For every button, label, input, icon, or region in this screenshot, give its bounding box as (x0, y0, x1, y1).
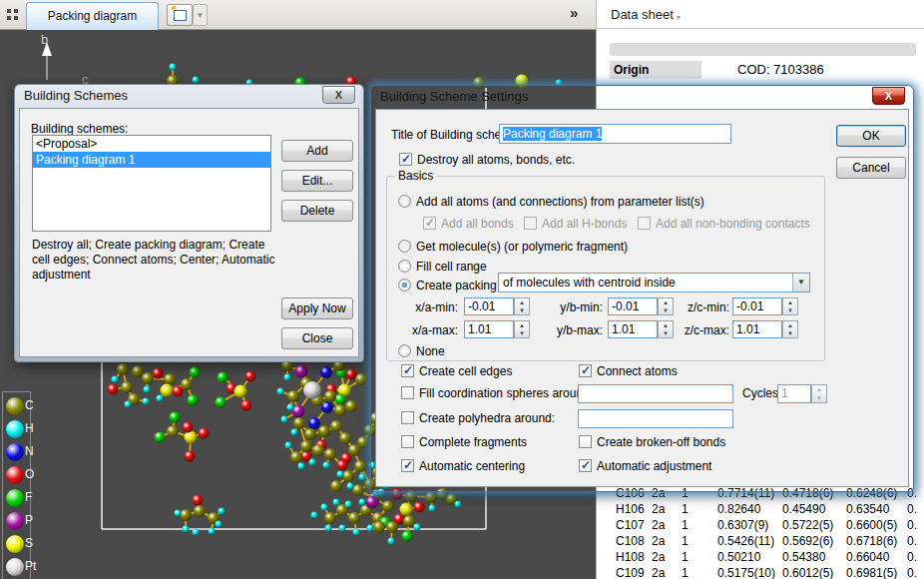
auto-adjustment-checkbox[interactable] (579, 459, 592, 472)
table-row[interactable]: H1062a10.826400.454900.635400. (616, 501, 924, 517)
get-molecules-radio[interactable] (398, 240, 411, 253)
table-row[interactable]: C1072a10.6307(9)0.5722(5)0.6600(5)0. (616, 517, 924, 533)
table-cell: 0.6600(5) (846, 517, 907, 533)
range-input[interactable]: 1.01 (464, 320, 514, 338)
scheme-list-item[interactable]: <Proposal> (33, 136, 270, 152)
close-icon[interactable]: X (322, 86, 355, 104)
spinner[interactable]: ▲▼ (514, 297, 530, 315)
cycles-input: 1 (777, 384, 811, 403)
range-label: z/c-min: (668, 300, 729, 314)
basics-group-label: Basics (395, 169, 436, 183)
table-cell: 2a (652, 501, 682, 517)
none-label: None (416, 344, 445, 358)
legend-item-O: O (3, 464, 30, 487)
range-input[interactable]: -0.01 (732, 297, 782, 315)
legend-label: O (25, 467, 34, 481)
auto-adjustment-label: Automatic adjustment (597, 459, 711, 473)
atom-sphere-icon (6, 466, 24, 484)
connect-atoms-checkbox[interactable] (579, 364, 592, 377)
range-label: z/c-max: (668, 323, 729, 337)
fill-coordination-input[interactable] (578, 384, 733, 403)
destroy-all-checkbox[interactable] (399, 153, 412, 166)
table-cell: 0.5692(6) (782, 533, 846, 549)
atom-table[interactable]: C1062a10.7714(11)0.4718(6)0.6248(6)0.H10… (597, 479, 924, 579)
dialog-title: Building Scheme Settings (380, 89, 528, 104)
legend-label: C (25, 398, 34, 412)
edit-button[interactable]: Edit... (281, 170, 353, 192)
range-input[interactable]: 1.01 (732, 320, 782, 338)
destroy-all-label: Destroy all atoms, bonds, etc. (417, 153, 575, 167)
dialog-title: Building Schemes (24, 88, 128, 103)
ok-button[interactable]: OK (836, 125, 906, 147)
create-polyhedra-checkbox[interactable] (401, 411, 414, 424)
create-polyhedra-input[interactable] (578, 409, 733, 428)
spinner[interactable]: ▲▼ (514, 320, 530, 338)
fill-coordination-checkbox[interactable] (401, 386, 414, 399)
dialog-body: Title of Building scheme: Packing diagra… (375, 109, 909, 487)
legend-label: P (25, 513, 33, 527)
broken-bonds-checkbox[interactable] (579, 435, 592, 448)
legend-label: F (25, 490, 32, 504)
table-cell: 0. (907, 549, 924, 565)
create-cell-edges-label: Create cell edges (419, 364, 512, 378)
table-cell: 2a (652, 517, 682, 533)
close-icon[interactable]: X (872, 87, 905, 105)
packing-mode-combobox[interactable]: of molecules with centroid inside ▼ (498, 273, 810, 292)
title-field-input[interactable]: Packing diagram 1 (499, 124, 731, 144)
table-cell: 0.6307(9) (717, 517, 782, 533)
auto-centering-checkbox[interactable] (401, 459, 414, 472)
atom-sphere-icon (6, 535, 24, 553)
create-packing-radio[interactable] (398, 279, 411, 291)
spinner[interactable]: ▲▼ (782, 320, 798, 338)
schemes-listbox[interactable]: <Proposal>Packing diagram 1 (32, 135, 271, 232)
grip-icon[interactable] (7, 9, 20, 22)
table-cell: 0.66040 (846, 549, 907, 565)
new-view-dropdown-button[interactable]: ▼ (193, 4, 208, 26)
table-row[interactable]: C1092a10.5175(10)0.6012(5)0.6981(5)0. (616, 565, 924, 579)
range-input[interactable]: -0.01 (464, 297, 514, 315)
new-view-button[interactable] (167, 4, 193, 26)
atom-sphere-icon (6, 443, 24, 461)
legend-item-Pt: Pt (3, 556, 30, 579)
complete-fragments-checkbox[interactable] (401, 435, 414, 448)
table-cell: 0. (907, 501, 924, 517)
atom-sphere-icon (6, 420, 24, 438)
range-input[interactable]: 1.01 (608, 320, 658, 338)
chevron-down-icon[interactable]: ▼ (792, 274, 809, 291)
scheme-list-item[interactable]: Packing diagram 1 (33, 152, 270, 168)
table-cell: 0.6012(5) (782, 565, 846, 579)
none-radio[interactable] (398, 344, 411, 357)
tab-overflow-chevrons[interactable]: » (570, 4, 578, 21)
building-scheme-settings-dialog: Building Scheme Settings X Title of Buil… (370, 85, 914, 492)
spin-up-icon: ▲ (515, 298, 529, 306)
spinner[interactable]: ▲▼ (782, 297, 798, 315)
table-row[interactable]: C1082a10.5426(11)0.5692(6)0.6718(6)0. (616, 533, 924, 549)
range-input[interactable]: -0.01 (608, 297, 658, 315)
close-button[interactable]: Close (281, 327, 353, 349)
spin-up-icon: ▲ (783, 298, 797, 306)
spin-up-icon: ▲ (783, 321, 797, 329)
atom-sphere-icon (6, 489, 24, 507)
table-row[interactable]: H1082a10.502100.543800.660400. (616, 549, 924, 565)
delete-button[interactable]: Delete (281, 200, 353, 222)
fill-cell-range-radio[interactable] (398, 260, 411, 273)
add-button[interactable]: Add (281, 140, 353, 162)
table-cell: 0. (907, 517, 924, 533)
table-cell: 0.50210 (717, 549, 782, 565)
add-all-atoms-radio[interactable] (398, 195, 411, 208)
spin-down-icon: ▼ (515, 306, 529, 314)
table-cell: 2a (652, 549, 682, 565)
table-cell: 2a (652, 533, 682, 549)
chevron-down-icon: ▼ (197, 11, 205, 20)
tab-packing-diagram[interactable]: Packing diagram (26, 2, 159, 30)
dropdown-triangle-icon[interactable]: ▾ (677, 13, 681, 22)
add-all-hbonds-label: Add all H-bonds (542, 217, 627, 231)
table-cell: 0.54380 (782, 549, 846, 565)
apply-now-button[interactable]: Apply Now (281, 297, 353, 319)
scheme-description: Destroy all; Create packing diagram; Cre… (32, 238, 283, 283)
create-cell-edges-checkbox[interactable] (401, 364, 414, 377)
table-cell: 0. (907, 533, 924, 549)
new-window-icon (174, 10, 187, 21)
cancel-button[interactable]: Cancel (836, 157, 906, 179)
table-cell: 0.5426(11) (717, 533, 782, 549)
